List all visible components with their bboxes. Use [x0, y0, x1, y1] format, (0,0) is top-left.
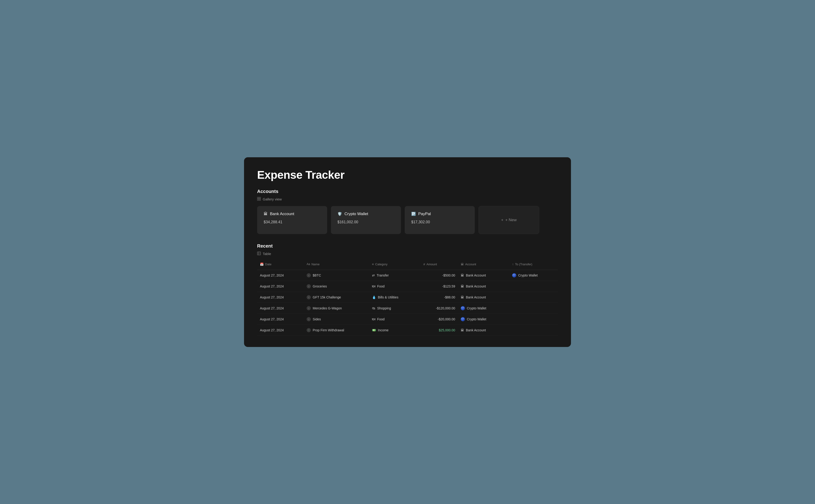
bank-account-name: 🏛 Bank Account — [264, 212, 321, 216]
gallery-view-label: Gallery view — [263, 197, 282, 201]
accounts-section: Accounts Gallery view 🏛 Bank Account $3 — [257, 189, 558, 234]
bank-account-amount: $34,288.41 — [264, 220, 321, 224]
accounts-grid: 🏛 Bank Account $34,288.41 🛡️ Crypto Wall… — [257, 206, 558, 234]
bank-row-icon: 🏛 — [461, 328, 464, 332]
crypto-row-icon: 🛡 — [461, 317, 465, 321]
transfer-to-name: Crypto Wallet — [518, 273, 538, 277]
bank-row-icon: 🏛 — [461, 295, 464, 299]
accounts-section-title: Accounts — [257, 189, 558, 194]
gallery-view-toggle[interactable]: Gallery view — [257, 197, 558, 201]
cell-category: 🛍 Shopping — [369, 303, 421, 313]
account-name: Crypto Wallet — [467, 317, 486, 321]
cell-transfer — [509, 327, 561, 333]
cell-transfer — [509, 283, 561, 290]
category-name: Food — [377, 284, 385, 288]
cell-transfer — [509, 305, 561, 311]
account-name: Bank Account — [466, 273, 486, 277]
category-name: Income — [378, 328, 389, 332]
account-card-crypto[interactable]: 🛡️ Crypto Wallet $161,002.00 — [331, 206, 401, 234]
col-account: 🏛 Account — [458, 261, 509, 268]
crypto-icon: 🛡️ — [337, 212, 342, 216]
svg-rect-4 — [257, 252, 261, 255]
cell-date: August 27, 2024 — [257, 270, 304, 280]
bank-row-icon: 🏛 — [461, 273, 464, 277]
category-icon: 🍽 — [372, 284, 375, 288]
crypto-row-icon: 🛡 — [461, 306, 465, 310]
app-window: Expense Tracker Accounts Gallery view 🏛 … — [244, 157, 571, 347]
table-body: August 27, 2024 ↓ $BTC ⇄ Transfer -$500.… — [257, 270, 558, 336]
page-title: Expense Tracker — [257, 168, 558, 181]
transfer-crypto-icon: 🛡 — [512, 273, 516, 277]
cell-date: August 27, 2024 — [257, 292, 304, 302]
cell-account: 🏛 Bank Account — [458, 270, 509, 280]
plus-icon: + — [501, 218, 503, 222]
table-row[interactable]: August 27, 2024 ↓ Sides 🍽 Food -$20,000.… — [257, 314, 558, 325]
cell-transfer: 🛡Crypto Wallet — [509, 270, 561, 281]
transfer-col-icon: ↑ — [512, 263, 514, 266]
table-row[interactable]: August 27, 2024 ↓ $BTC ⇄ Transfer -$500.… — [257, 270, 558, 281]
cell-transfer — [509, 316, 561, 322]
cell-account: 🏛 Bank Account — [458, 281, 509, 291]
table-row[interactable]: August 27, 2024 ↓ GFT 15k Challenge 💧 Bi… — [257, 292, 558, 303]
category-icon: 🍽 — [372, 317, 375, 321]
cell-name: ↓ Mercedes G-Wagon — [304, 303, 369, 314]
cell-amount: $25,000.00 — [421, 325, 458, 335]
cell-category: 🍽 Food — [369, 314, 421, 324]
category-icon: 💧 — [372, 295, 376, 299]
crypto-account-name: 🛡️ Crypto Wallet — [337, 212, 394, 216]
transaction-name: $BTC — [313, 273, 321, 277]
paypal-account-amount: $17,302.00 — [411, 220, 468, 224]
account-card-bank[interactable]: 🏛 Bank Account $34,288.41 — [257, 206, 327, 234]
cell-category: 💧 Bills & Utilities — [369, 292, 421, 302]
transaction-name: Prop Firm Withdrawal — [313, 328, 344, 332]
bank-icon: 🏛 — [264, 212, 268, 216]
cell-name: ↓ Groceries — [304, 281, 369, 292]
table-row[interactable]: August 27, 2024 ↓ Groceries 🍽 Food -$123… — [257, 281, 558, 292]
col-date: 📅 Date — [257, 261, 304, 268]
col-transfer: ↑ To (Transfer) — [509, 261, 561, 268]
svg-rect-2 — [257, 199, 259, 200]
cell-account: 🛡 Crypto Wallet — [458, 314, 509, 325]
cell-transfer — [509, 294, 561, 301]
cell-name: ↓ Sides — [304, 314, 369, 325]
cell-amount: -$20,000.00 — [421, 314, 458, 324]
table-row[interactable]: August 27, 2024 ↓ Mercedes G-Wagon 🛍 Sho… — [257, 303, 558, 314]
cell-amount: -$88.00 — [421, 292, 458, 302]
transaction-name: Mercedes G-Wagon — [313, 306, 342, 310]
cell-amount: -$120,000.00 — [421, 303, 458, 313]
expense-arrow-icon: ↓ — [307, 284, 311, 288]
cell-category: 💵 Income — [369, 325, 421, 335]
transaction-name: Groceries — [313, 284, 327, 288]
cell-category: ⇄ Transfer — [369, 270, 421, 280]
table-icon — [257, 252, 261, 256]
category-name: Food — [377, 317, 385, 321]
recent-section: Recent Table 📅 Date Aa Name — [257, 243, 558, 336]
expense-arrow-icon: ↓ — [307, 306, 311, 310]
expense-arrow-icon: ↓ — [307, 273, 311, 277]
cell-account: 🏛 Bank Account — [458, 325, 509, 335]
account-name: Crypto Wallet — [467, 306, 486, 310]
bank-row-icon: 🏛 — [461, 284, 464, 288]
svg-rect-1 — [259, 197, 261, 199]
transaction-name: Sides — [313, 317, 321, 321]
table-header: 📅 Date Aa Name ≡ Category # Amount 🏛 Acc… — [257, 261, 558, 270]
table-row[interactable]: August 27, 2024 ↑ Prop Firm Withdrawal 💵… — [257, 325, 558, 336]
cell-name: ↓ $BTC — [304, 270, 369, 281]
table-view-toggle[interactable]: Table — [257, 252, 558, 256]
new-account-button[interactable]: + + New — [478, 206, 539, 234]
table-view-label: Table — [263, 252, 271, 256]
cell-date: August 27, 2024 — [257, 281, 304, 291]
category-name: Bills & Utilities — [378, 295, 398, 299]
recent-section-title: Recent — [257, 243, 558, 249]
category-col-icon: ≡ — [372, 263, 374, 266]
cell-name: ↑ Prop Firm Withdrawal — [304, 325, 369, 336]
account-card-paypal[interactable]: 🅿️ PayPal $17,302.00 — [405, 206, 475, 234]
category-name: Shopping — [377, 306, 391, 310]
category-icon: ⇄ — [372, 273, 375, 277]
income-arrow-icon: ↑ — [307, 328, 311, 332]
account-col-icon: 🏛 — [461, 263, 464, 266]
account-name: Bank Account — [466, 295, 486, 299]
svg-rect-3 — [259, 199, 261, 200]
cell-amount: -$500.00 — [421, 270, 458, 280]
cell-date: August 27, 2024 — [257, 303, 304, 313]
